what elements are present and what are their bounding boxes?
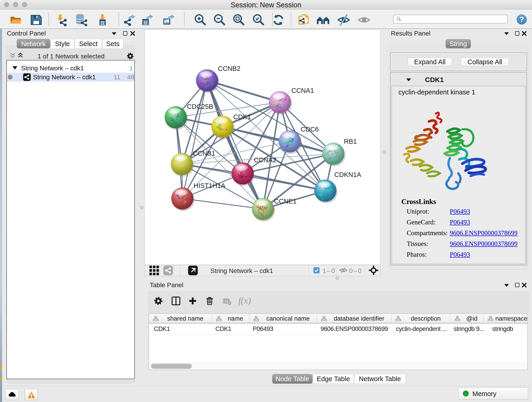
svg-text:CDKN1A: CDKN1A bbox=[334, 171, 361, 178]
svg-text:HIST1H1A: HIST1H1A bbox=[194, 182, 225, 189]
svg-text:CDK1: CDK1 bbox=[233, 113, 251, 121]
svg-text:CCNB1: CCNB1 bbox=[193, 150, 215, 157]
svg-text:CDC25B: CDC25B bbox=[187, 103, 213, 110]
svg-text:CDC6: CDC6 bbox=[301, 126, 319, 133]
svg-text:CCNA1: CCNA1 bbox=[291, 87, 314, 94]
svg-text:CCNA2: CCNA2 bbox=[254, 156, 276, 164]
svg-text:CCNB2: CCNB2 bbox=[218, 65, 240, 72]
svg-text:CCNE1: CCNE1 bbox=[274, 198, 297, 205]
svg-text:RB1: RB1 bbox=[344, 138, 357, 145]
